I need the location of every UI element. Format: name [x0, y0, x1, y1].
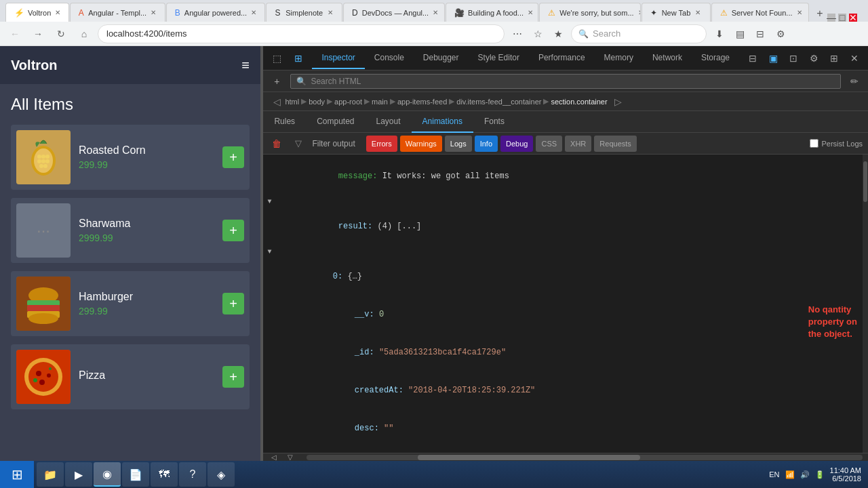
- taskbar-vscode[interactable]: ◈: [208, 462, 235, 487]
- breadcrumb-back[interactable]: ◁: [269, 94, 285, 110]
- search-bar[interactable]: 🔍 Search: [571, 24, 707, 43]
- tab-server[interactable]: ⚠ Server Not Foun... ✕: [711, 3, 809, 22]
- debug-button[interactable]: Debug: [500, 136, 533, 152]
- new-tab-button[interactable]: +: [812, 5, 827, 22]
- inspector-pick-button[interactable]: ⬚: [269, 50, 285, 66]
- back-button[interactable]: ←: [5, 24, 24, 43]
- devtools-close-button[interactable]: ✕: [846, 50, 863, 66]
- breadcrumb-body[interactable]: body: [309, 98, 325, 106]
- pencil-button[interactable]: ✏: [846, 73, 863, 89]
- tab-close-food[interactable]: ✕: [528, 8, 533, 18]
- breadcrumb-forward[interactable]: ▷: [610, 94, 627, 110]
- tab-voltron[interactable]: ⚡ Voltron ✕: [5, 3, 69, 22]
- css-button[interactable]: CSS: [536, 136, 562, 152]
- taskbar-chrome[interactable]: ◉: [94, 462, 121, 487]
- tab-angular-template[interactable]: A Angular - Templ... ✕: [70, 3, 165, 22]
- tab-close-s[interactable]: ✕: [327, 8, 334, 18]
- tab-sorry[interactable]: ⚠ We're sorry, but som... ✕: [539, 3, 641, 22]
- tab-simplenote[interactable]: S Simplenote ✕: [266, 3, 342, 22]
- placeholder-icon: ···: [37, 221, 50, 240]
- taskbar-app[interactable]: 📄: [122, 462, 149, 487]
- devtools-tab-storage[interactable]: Storage: [692, 47, 739, 69]
- breadcrumb-section[interactable]: section.container: [551, 98, 607, 106]
- sidebar-button[interactable]: ▤: [731, 25, 749, 43]
- tab-close-angular[interactable]: ✕: [151, 8, 156, 18]
- panel-tab-rules[interactable]: Rules: [263, 111, 306, 133]
- breadcrumb-approot[interactable]: app-root: [334, 98, 362, 106]
- tab-angular-powered[interactable]: B Angular powered... ✕: [166, 3, 266, 22]
- breadcrumb-main[interactable]: main: [372, 98, 388, 106]
- devtools-tab-inspector[interactable]: Inspector: [312, 47, 364, 69]
- bookmark-button[interactable]: ☆: [529, 25, 547, 43]
- filter-icon-button[interactable]: ▽: [290, 136, 307, 152]
- vertical-scrollbar[interactable]: [863, 155, 868, 453]
- devtools-tab-performance[interactable]: Performance: [529, 47, 595, 69]
- star-button[interactable]: ★: [549, 25, 567, 43]
- svg-point-24: [49, 367, 52, 370]
- sync-button[interactable]: ⊟: [751, 25, 769, 43]
- panel-tab-fonts[interactable]: Fonts: [473, 111, 515, 133]
- persist-checkbox[interactable]: [810, 139, 818, 148]
- tab-close-voltron[interactable]: ✕: [55, 8, 60, 18]
- taskbar-file-explorer[interactable]: 📁: [37, 462, 64, 487]
- add-pizza-button[interactable]: +: [222, 366, 244, 388]
- download-button[interactable]: ⬇: [711, 25, 728, 43]
- clear-console-button[interactable]: 🗑: [269, 136, 285, 152]
- minimize-button[interactable]: —: [827, 14, 835, 22]
- tab-close-newtab[interactable]: ✕: [694, 8, 701, 18]
- address-bar[interactable]: localhost:4200/items: [98, 24, 505, 43]
- taskbar-maps[interactable]: 🗺: [151, 462, 178, 487]
- tab-devdocs[interactable]: D DevDocs — Angul... ✕: [343, 3, 445, 22]
- tab-close-sorry[interactable]: ✕: [638, 8, 642, 18]
- tab-close-d[interactable]: ✕: [433, 8, 438, 18]
- warnings-button[interactable]: Warnings: [400, 136, 442, 152]
- home-button[interactable]: ⌂: [75, 24, 94, 43]
- taskbar-clock[interactable]: 11:40 AM 6/5/2018: [830, 466, 861, 483]
- add-hamburger-button[interactable]: +: [222, 293, 244, 314]
- devtools-toggle-button[interactable]: ⊟: [745, 50, 761, 66]
- breadcrumb-div[interactable]: div.items-feed__container: [456, 98, 541, 106]
- devtools-tab-style-editor[interactable]: Style Editor: [469, 47, 529, 69]
- taskbar-help[interactable]: ?: [179, 462, 206, 487]
- horizontal-scrollbar[interactable]: ◁ ▽: [263, 453, 868, 461]
- panel-tab-animations[interactable]: Animations: [412, 111, 473, 133]
- devtools-dock-button[interactable]: ▣: [765, 50, 781, 66]
- reload-button[interactable]: ↻: [52, 24, 71, 43]
- devtools-tab-memory[interactable]: Memory: [595, 47, 643, 69]
- requests-button[interactable]: Requests: [594, 136, 636, 152]
- add-element-button[interactable]: +: [269, 73, 285, 89]
- info-button[interactable]: Info: [475, 136, 498, 152]
- item0-toggle[interactable]: ▼: [267, 247, 271, 257]
- breadcrumb-appitemsfeed[interactable]: app-items-feed: [397, 98, 447, 106]
- taskbar-media-player[interactable]: ▶: [65, 462, 92, 487]
- add-sharwama-button[interactable]: +: [222, 220, 244, 241]
- responsive-button[interactable]: ⊞: [290, 50, 307, 66]
- logs-button[interactable]: Logs: [445, 136, 472, 152]
- tab-food[interactable]: 🎥 Building A food... ✕: [446, 3, 538, 22]
- devtools-separate-window[interactable]: ⊞: [826, 50, 842, 66]
- devtools-tab-console[interactable]: Console: [365, 47, 414, 69]
- tab-newtab[interactable]: ✦ New Tab ✕: [642, 3, 710, 22]
- errors-button[interactable]: Errors: [366, 136, 397, 152]
- more-button[interactable]: ⋯: [509, 25, 526, 43]
- clock-time: 11:40 AM: [830, 466, 861, 474]
- hamburger-button[interactable]: ≡: [241, 58, 250, 73]
- maximize-button[interactable]: □: [838, 14, 846, 22]
- devtools-tab-debugger[interactable]: Debugger: [414, 47, 469, 69]
- result-toggle[interactable]: ▼: [267, 197, 271, 207]
- devtools-settings-button[interactable]: ⚙: [806, 50, 822, 66]
- breadcrumb-html[interactable]: html: [285, 98, 299, 106]
- tab-close-b[interactable]: ✕: [251, 8, 256, 18]
- xhr-button[interactable]: XHR: [565, 136, 591, 152]
- search-html-box[interactable]: 🔍 Search HTML: [290, 74, 841, 89]
- close-button[interactable]: ✕: [849, 14, 857, 22]
- forward-button[interactable]: →: [28, 24, 47, 43]
- devtools-responsive-button[interactable]: ⊡: [785, 50, 802, 66]
- settings-button[interactable]: ⚙: [772, 25, 789, 43]
- add-corn-button[interactable]: +: [222, 146, 244, 168]
- start-button[interactable]: ⊞: [0, 461, 34, 488]
- panel-tab-layout[interactable]: Layout: [366, 111, 412, 133]
- devtools-tab-network[interactable]: Network: [643, 47, 692, 69]
- panel-tab-computed[interactable]: Computed: [306, 111, 365, 133]
- tab-close-server[interactable]: ✕: [797, 8, 802, 18]
